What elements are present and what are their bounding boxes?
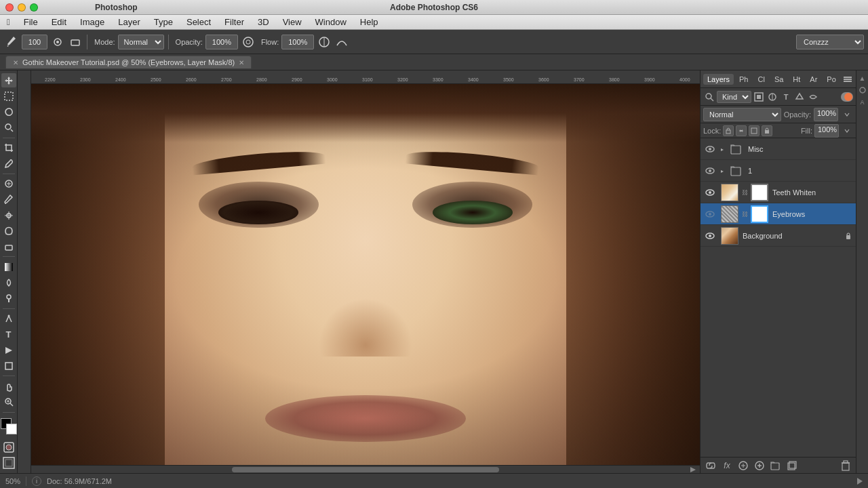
move-tool[interactable] — [1, 73, 16, 87]
fill-arrow-icon[interactable] — [841, 125, 853, 137]
opacity-display[interactable]: 100% — [205, 35, 238, 49]
filter-toggle[interactable] — [841, 92, 853, 102]
airbrush-icon[interactable] — [241, 35, 256, 49]
canvas-area[interactable]: 2200 2300 2400 2500 2600 2700 2800 2900 … — [18, 70, 700, 473]
lock-pixels-btn[interactable] — [723, 125, 734, 136]
delete-layer-btn[interactable] — [840, 460, 852, 472]
layer-visibility-eyebrows[interactable] — [703, 211, 717, 218]
filter-pixel-icon[interactable] — [753, 91, 765, 103]
brush-size-display[interactable]: 100 — [22, 35, 47, 49]
menu-edit[interactable]: Edit — [45, 16, 73, 28]
lock-all-btn[interactable] — [762, 125, 772, 136]
opacity-arrow-icon[interactable] — [841, 108, 853, 121]
spot-heal-tool[interactable] — [1, 177, 16, 191]
canvas-content[interactable] — [31, 84, 700, 473]
filter-adjust-icon[interactable] — [766, 91, 778, 103]
menu-3d[interactable]: 3D — [251, 16, 276, 28]
lasso-tool[interactable] — [1, 104, 16, 119]
status-info-icon[interactable]: i — [32, 476, 41, 486]
shape-tool[interactable] — [1, 359, 16, 373]
doc-tab-close-icon[interactable]: ✕ — [13, 59, 18, 66]
brush-picker-icon[interactable] — [50, 35, 65, 49]
clone-tool[interactable] — [1, 208, 16, 222]
menu-filter[interactable]: Filter — [218, 16, 251, 28]
flow-display[interactable]: 100% — [281, 35, 314, 49]
scroll-right-arrow[interactable] — [690, 467, 696, 472]
background-color[interactable] — [6, 424, 17, 434]
add-mask-btn[interactable] — [737, 460, 749, 472]
add-adjustment-btn[interactable] — [753, 460, 766, 472]
hand-tool[interactable] — [1, 379, 16, 393]
close-button[interactable] — [5, 3, 14, 12]
menu-help[interactable]: Help — [353, 16, 385, 28]
menu-type[interactable]: Type — [147, 16, 180, 28]
type-tool[interactable]: T — [1, 327, 16, 342]
fx-btn[interactable]: fx — [721, 460, 733, 472]
ht-tab[interactable]: Ht — [789, 74, 804, 85]
brush-tool[interactable] — [1, 192, 16, 207]
po-tab[interactable]: Po — [823, 74, 840, 85]
eyedropper-tool[interactable] — [1, 157, 16, 171]
history-brush-tool[interactable] — [1, 224, 16, 238]
layer-visibility-group1[interactable] — [703, 167, 717, 174]
filter-search-icon[interactable] — [703, 91, 715, 103]
menu-image[interactable]: Image — [73, 16, 111, 28]
panel-menu-icon[interactable] — [842, 73, 854, 85]
filter-type-select[interactable]: Kind — [717, 91, 751, 103]
brush-tool-icon[interactable] — [4, 35, 19, 49]
menu-view[interactable]: View — [276, 16, 309, 28]
fill-value-display[interactable]: 100% — [814, 124, 839, 138]
ar-tab[interactable]: Ar — [806, 74, 821, 85]
smooth-icon[interactable] — [334, 35, 349, 49]
maximize-button[interactable] — [30, 3, 38, 12]
screen-mode-btn[interactable] — [1, 456, 16, 470]
color-pair[interactable] — [1, 418, 17, 434]
layer-visibility-background[interactable] — [703, 232, 717, 239]
filter-type-icon[interactable]: T — [780, 91, 792, 103]
blur-tool[interactable] — [1, 276, 16, 290]
new-layer-btn[interactable] — [786, 460, 798, 472]
filter-smart-icon[interactable] — [807, 91, 819, 103]
opacity-value-display[interactable]: 100% — [814, 108, 838, 121]
menu-apple[interactable]:  — [0, 16, 17, 28]
zoom-tool[interactable] — [1, 395, 16, 409]
play-button[interactable] — [857, 478, 863, 485]
filter-shape-icon[interactable] — [793, 91, 806, 103]
new-group-btn[interactable] — [770, 460, 782, 472]
layer-expand-group1[interactable] — [717, 168, 728, 174]
layer-visibility-teeth[interactable] — [703, 189, 717, 196]
document-tab[interactable]: ✕ Gothic Makeover Tutorial.psd @ 50% (Ey… — [5, 56, 252, 68]
menu-window[interactable]: Window — [309, 16, 353, 28]
menu-select[interactable]: Select — [180, 16, 218, 28]
layer-misc[interactable]: Misc — [701, 138, 856, 160]
minimize-button[interactable] — [18, 3, 26, 12]
marquee-tool[interactable] — [1, 89, 16, 103]
layers-tab[interactable]: Layers — [703, 74, 734, 85]
mode-select[interactable]: Normal Multiply Screen Overlay — [118, 35, 164, 49]
dodge-tool[interactable] — [1, 291, 16, 306]
ph-tab[interactable]: Ph — [735, 74, 752, 85]
doc-tab-close-btn[interactable]: ✕ — [239, 59, 244, 66]
stylus-icon[interactable] — [317, 35, 332, 49]
crop-tool[interactable] — [1, 141, 16, 155]
right-edge-icon-2[interactable]: A — [858, 98, 867, 107]
quick-mask-btn[interactable] — [1, 441, 16, 455]
cl-tab[interactable]: Cl — [754, 74, 769, 85]
menu-layer[interactable]: Layer — [111, 16, 147, 28]
layer-background[interactable]: Background — [701, 225, 856, 247]
blend-mode-select[interactable]: Normal — [703, 108, 781, 121]
layer-mask-eyebrows[interactable] — [751, 205, 768, 223]
path-selection-tool[interactable] — [1, 343, 16, 357]
scrollbar-thumb[interactable] — [232, 467, 499, 472]
layer-visibility-misc[interactable] — [703, 146, 717, 152]
layer-teeth[interactable]: ⛓ Teeth Whiten — [701, 182, 856, 203]
layer-group1[interactable]: 1 — [701, 160, 856, 182]
right-edge-icon-1[interactable] — [858, 85, 867, 95]
sa-tab[interactable]: Sa — [770, 74, 787, 85]
workspace-dropdown[interactable]: Conzzz — [796, 35, 864, 49]
horizontal-scrollbar[interactable] — [31, 465, 700, 473]
right-edge-scroll-up[interactable]: ▲ — [858, 73, 867, 83]
quick-select-tool[interactable] — [1, 120, 16, 134]
link-layers-btn[interactable] — [705, 460, 717, 472]
layer-expand-misc[interactable] — [717, 146, 728, 152]
